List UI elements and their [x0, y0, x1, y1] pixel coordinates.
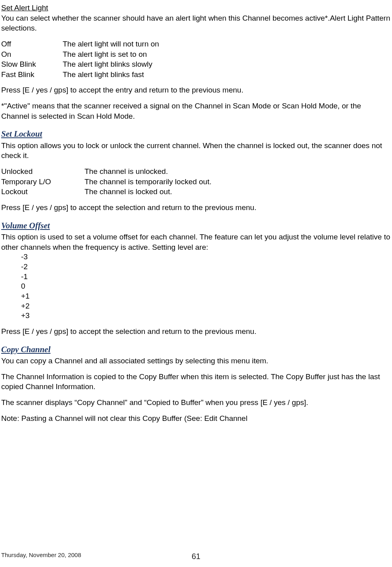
- table-row: Temporary L/O The channel is temporarily…: [1, 177, 391, 187]
- option-desc: The channel is temporarily locked out.: [85, 177, 211, 187]
- table-row: Off The alert light will not turn on: [1, 39, 391, 49]
- list-item: +2: [21, 301, 391, 311]
- table-row: Slow Blink The alert light blinks slowly: [1, 59, 391, 69]
- accept-instruction: Press [E / yes / gps] to accept the entr…: [1, 85, 391, 95]
- section-set-alert-light: Set Alert Light You can select whether t…: [1, 3, 391, 121]
- footer-date: Thursday, November 20, 2008: [1, 551, 81, 559]
- accept-instruction: Press [E / yes / gps] to accept the sele…: [1, 326, 391, 337]
- option-desc: The alert light blinks fast: [63, 69, 144, 80]
- page-footer: Thursday, November 20, 2008 61: [1, 551, 391, 559]
- option-label: On: [1, 49, 63, 60]
- list-item: -2: [21, 262, 391, 272]
- section-volume-offset: Volume Offset This option is used to set…: [1, 220, 391, 337]
- option-label: Slow Blink: [1, 59, 63, 69]
- level-list: -3 -2 -1 0 +1 +2 +3: [1, 252, 391, 321]
- list-item: -1: [21, 272, 391, 282]
- section-copy-channel: Copy Channel You can copy a Channel and …: [1, 344, 391, 424]
- section-heading: Set Lockout: [1, 128, 391, 139]
- section-set-lockout: Set Lockout This option allows you to lo…: [1, 128, 391, 212]
- accept-instruction: Press [E / yes / gps] to accept the sele…: [1, 202, 391, 213]
- footnote: *"Active" means that the scanner receive…: [1, 101, 391, 121]
- section-title: Set Alert Light: [1, 3, 391, 13]
- option-desc: The alert light blinks slowly: [63, 59, 152, 69]
- option-desc: The channel is locked out.: [85, 187, 172, 197]
- option-desc: The alert light is set to on: [63, 49, 147, 60]
- body-text: You can copy a Channel and all associate…: [1, 356, 391, 366]
- option-desc: The channel is unlocked.: [85, 166, 168, 177]
- table-row: On The alert light is set to on: [1, 49, 391, 60]
- option-label: Temporary L/O: [1, 177, 85, 187]
- section-heading: Volume Offset: [1, 220, 391, 231]
- table-row: Lockout The channel is locked out.: [1, 187, 391, 197]
- option-desc: The alert light will not turn on: [63, 39, 159, 49]
- list-item: -3: [21, 252, 391, 262]
- body-text: The scanner displays “Copy Channel” and …: [1, 397, 391, 408]
- table-row: Unlocked The channel is unlocked.: [1, 166, 391, 177]
- option-table: Unlocked The channel is unlocked. Tempor…: [1, 166, 391, 197]
- body-text: Note: Pasting a Channel will not clear t…: [1, 413, 391, 424]
- list-item: +3: [21, 311, 391, 321]
- list-item: 0: [21, 282, 391, 291]
- option-label: Lockout: [1, 187, 85, 197]
- option-label: Fast Blink: [1, 69, 63, 80]
- body-text: The Channel Information is copied to the…: [1, 372, 391, 392]
- list-item: +1: [21, 291, 391, 301]
- section-intro: You can select whether the scanner shoul…: [1, 13, 391, 33]
- section-heading: Copy Channel: [1, 344, 391, 355]
- option-label: Unlocked: [1, 166, 85, 177]
- option-label: Off: [1, 39, 63, 49]
- section-intro: This option is used to set a volume offs…: [1, 232, 391, 252]
- section-intro: This option allows you to lock or unlock…: [1, 141, 391, 161]
- footer-page-number: 61: [192, 551, 200, 562]
- option-table: Off The alert light will not turn on On …: [1, 39, 391, 80]
- table-row: Fast Blink The alert light blinks fast: [1, 69, 391, 80]
